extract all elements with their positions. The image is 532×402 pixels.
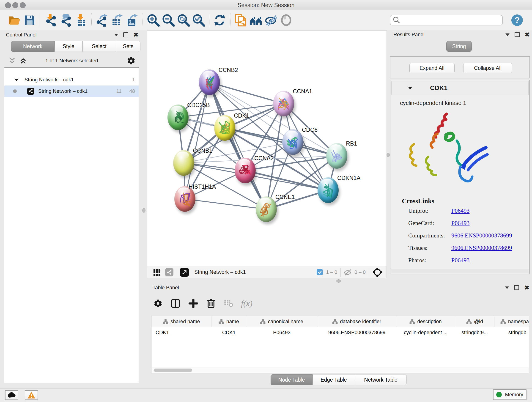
panel-float-icon[interactable] [515, 32, 520, 37]
collection-expand-icon[interactable] [14, 79, 19, 81]
function-builder-icon[interactable]: f(x) [241, 299, 253, 308]
panel-menu-icon[interactable] [505, 287, 509, 289]
table-row[interactable]: CDK1CDK1P064939606.ENSP00000378699cyclin… [152, 327, 529, 338]
network-node-CCNA1[interactable] [273, 91, 294, 116]
collapse-all-button[interactable]: Collapse All [463, 63, 512, 73]
results-scrollbar[interactable] [391, 269, 529, 273]
table-cell[interactable]: P06493 [246, 327, 317, 338]
import-table-button[interactable] [73, 13, 89, 28]
table-cell[interactable]: CDK1 [211, 327, 246, 338]
export-table-button[interactable] [109, 13, 125, 28]
tab-node-table[interactable]: Node Table [271, 374, 312, 385]
network-node-CCNA2[interactable] [234, 158, 256, 183]
crosslink-link[interactable]: P06493 [451, 220, 469, 229]
network-edge-HIST1H1A-CCNE1[interactable] [185, 199, 266, 209]
memory-status-button[interactable]: Memory [493, 389, 526, 400]
gene-name: CDK1 [430, 84, 447, 92]
network-node-CDC25B[interactable] [167, 104, 189, 130]
add-column-icon[interactable] [188, 298, 198, 308]
column-settings-gear-icon[interactable] [153, 299, 163, 308]
network-node-CDKN1A[interactable] [317, 177, 339, 203]
column-header-shared-name[interactable]: shared name [152, 316, 211, 327]
tab-edge-table[interactable]: Edge Table [312, 374, 355, 385]
zoom-out-button[interactable] [161, 13, 176, 28]
column-header--id[interactable]: @id [455, 316, 494, 327]
delete-column-icon[interactable] [206, 298, 216, 308]
help-button[interactable]: ? [511, 14, 523, 26]
hide-selected-button[interactable] [264, 13, 279, 28]
tab-select[interactable]: Select [82, 41, 116, 52]
crosslink-link[interactable]: 9606.ENSP00000378699 [451, 245, 512, 254]
tab-style[interactable]: Style [55, 41, 82, 52]
network-canvas[interactable]: CCNB2CCNA1CDC25BCDK1CDC6RB1CCNB1CCNA2CDK… [147, 31, 387, 266]
panel-close-icon[interactable]: ✖ [525, 32, 530, 38]
network-node-CDK1[interactable] [214, 115, 235, 141]
panel-close-icon[interactable]: ✖ [133, 32, 138, 38]
crosshair-icon[interactable] [372, 267, 382, 277]
network-node-CDC6[interactable] [282, 129, 303, 155]
selected-indicator-checkbox[interactable] [317, 269, 323, 275]
network-edges-layer [147, 31, 386, 266]
panel-close-icon[interactable]: ✖ [524, 285, 529, 291]
column-header-namespace[interactable]: namespace [494, 316, 529, 327]
results-toolbar-box: Expand All Collapse All [390, 56, 530, 78]
panel-menu-icon[interactable] [505, 33, 510, 36]
panel-menu-icon[interactable] [114, 34, 118, 36]
table-cell[interactable]: stringdb:9... [455, 327, 494, 338]
crosslink-link[interactable]: 9606.ENSP00000378699 [451, 232, 512, 241]
horizontal-splitter-handle[interactable] [336, 279, 341, 283]
export-image-button[interactable] [125, 13, 140, 28]
warning-status-button[interactable] [25, 390, 38, 400]
tab-sets[interactable]: Sets [116, 41, 140, 52]
column-header-canonical-name[interactable]: canonical name [246, 316, 317, 327]
table-cell[interactable]: cyclin-dependent ... [396, 327, 455, 338]
tab-network-table[interactable]: Network Table [355, 374, 407, 385]
open-session-button[interactable] [7, 13, 22, 28]
column-header-name[interactable]: name [211, 316, 246, 327]
table-cell[interactable]: stringdb [494, 327, 529, 338]
network-view-icon[interactable] [165, 268, 173, 276]
snapshot-button[interactable] [233, 13, 248, 28]
grid-view-icon[interactable] [153, 268, 161, 276]
network-collection-row[interactable]: String Network – cdk1 1 [4, 74, 139, 85]
panel-float-icon[interactable] [514, 285, 519, 290]
save-session-button[interactable] [22, 13, 37, 28]
network-node-CCNB2[interactable] [199, 70, 220, 95]
cloud-status-button[interactable] [5, 390, 18, 400]
network-node-CCNE1[interactable] [256, 196, 277, 222]
network-node-RB1[interactable] [326, 143, 347, 169]
tab-network[interactable]: Network [11, 41, 55, 52]
network-node-CCNB1[interactable] [173, 150, 194, 176]
show-graphics-details-button[interactable] [279, 13, 294, 28]
delete-table-icon[interactable] [224, 299, 233, 308]
table-horizontal-scrollbar[interactable] [152, 367, 529, 373]
tab-string[interactable]: String [446, 41, 472, 52]
section-collapse-icon[interactable] [408, 87, 412, 89]
crosslink-link[interactable]: P06493 [451, 257, 469, 266]
column-header-description[interactable]: description [396, 316, 455, 327]
network-edge-CCNB2-HIST1H1A[interactable] [185, 82, 209, 199]
crosslink-link[interactable]: P06493 [451, 207, 469, 217]
table-cell[interactable]: CDK1 [152, 327, 211, 338]
left-splitter-handle[interactable] [142, 208, 146, 213]
apply-layout-button[interactable] [212, 13, 227, 28]
search-input[interactable] [400, 17, 500, 23]
table-cell[interactable]: 9606.ENSP00000378699 [317, 327, 396, 338]
scrollbar-thumb[interactable] [154, 369, 192, 372]
home-button[interactable] [248, 13, 264, 28]
zoom-selected-button[interactable] [191, 13, 206, 28]
birds-eye-toggle-icon[interactable] [180, 268, 189, 277]
import-network-database-button[interactable] [58, 13, 73, 28]
export-network-button[interactable] [94, 13, 109, 28]
import-network-file-button[interactable] [43, 13, 58, 28]
zoom-in-button[interactable] [146, 13, 161, 28]
network-edge-CCNB2-CCNE1[interactable] [209, 82, 266, 209]
gear-icon[interactable] [127, 56, 136, 65]
gene-section-header[interactable]: CDK1 [391, 81, 529, 95]
zoom-fit-button[interactable] [176, 13, 191, 28]
network-row[interactable]: String Network – cdk1 11 48 [4, 85, 139, 97]
column-header-database-identifier[interactable]: database identifier [317, 316, 396, 327]
expand-all-button[interactable]: Expand All [409, 63, 455, 73]
show-columns-icon[interactable] [171, 298, 181, 308]
panel-float-icon[interactable] [123, 32, 128, 37]
